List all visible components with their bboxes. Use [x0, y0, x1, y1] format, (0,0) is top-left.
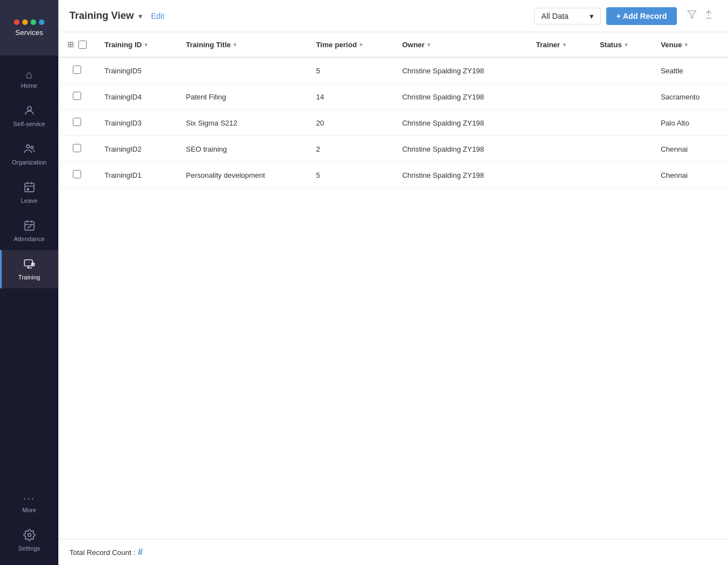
col-label-time-period: Time period	[316, 41, 357, 49]
col-chevron-time-period: ▾	[360, 42, 362, 48]
col-label-training-title: Training Title	[186, 41, 231, 49]
services-dots-icon	[14, 19, 44, 25]
svg-rect-4	[27, 188, 29, 191]
filter-dropdown[interactable]: All Data ▾	[534, 8, 601, 24]
sidebar-item-home[interactable]: ⌂ Home	[0, 61, 58, 97]
cell-status	[591, 136, 652, 162]
page-title: Training View	[69, 10, 134, 22]
sidebar-item-organization[interactable]: Organization	[0, 135, 58, 173]
filter-icon-button[interactable]	[684, 7, 700, 24]
table-row[interactable]: TrainingID4 Patent Filing 14 Christine S…	[58, 84, 728, 110]
svg-point-1	[26, 145, 29, 148]
cell-status	[591, 110, 652, 136]
row-checkbox[interactable]	[73, 92, 81, 100]
col-header-status[interactable]: Status ▾	[591, 32, 652, 57]
col-header-time-period[interactable]: Time period ▾	[307, 32, 393, 57]
training-icon	[23, 258, 36, 272]
svg-marker-9	[688, 11, 696, 18]
cell-time-period: 2	[307, 136, 393, 162]
add-record-button[interactable]: + Add Record	[606, 7, 677, 25]
column-settings-icon[interactable]: ⊞	[67, 40, 74, 49]
cell-trainer	[527, 57, 591, 84]
sidebar-item-label: Training	[18, 274, 40, 281]
row-checkbox-cell	[58, 84, 96, 110]
cell-training-title: Six Sigma S212	[177, 110, 307, 136]
cell-trainer	[527, 84, 591, 110]
table-row[interactable]: TrainingID3 Six Sigma S212 20 Christine …	[58, 110, 728, 136]
table-row[interactable]: TrainingID5 5 Christine Spalding ZY198 S…	[58, 57, 728, 84]
sidebar-nav: ⌂ Home Self-service Organization Leave	[0, 56, 58, 485]
col-label-venue: Venue	[661, 41, 682, 49]
col-chevron-training-title: ▾	[233, 42, 236, 48]
cell-venue: Seattle	[652, 57, 728, 84]
cell-training-title: SEO training	[177, 136, 307, 162]
col-header-training-id[interactable]: Training ID ▾	[96, 32, 177, 57]
sidebar-bottom: ··· More Settings	[0, 485, 58, 565]
col-chevron-training-id: ▾	[144, 42, 147, 48]
cell-status	[591, 84, 652, 110]
footer: Total Record Count : #	[58, 539, 728, 565]
table-row[interactable]: TrainingID2 SEO training 2 Christine Spa…	[58, 136, 728, 162]
attendance-icon	[23, 219, 36, 233]
svg-point-2	[31, 146, 33, 149]
row-checkbox[interactable]	[73, 118, 81, 126]
col-header-training-title[interactable]: Training Title ▾	[177, 32, 307, 57]
select-all-checkbox[interactable]	[78, 41, 87, 49]
table-body: TrainingID5 5 Christine Spalding ZY198 S…	[58, 57, 728, 188]
cell-owner: Christine Spalding ZY198	[393, 84, 527, 110]
sidebar-item-leave[interactable]: Leave	[0, 173, 58, 212]
dot-red	[14, 19, 19, 25]
sidebar-item-more[interactable]: ··· More	[0, 485, 58, 521]
edit-link[interactable]: Edit	[151, 12, 164, 21]
services-label: Services	[16, 28, 43, 37]
row-checkbox[interactable]	[73, 170, 81, 178]
col-header-venue[interactable]: Venue ▾	[652, 32, 728, 57]
cell-training-id: TrainingID1	[96, 162, 177, 188]
col-label-owner: Owner	[402, 41, 425, 49]
cell-owner: Christine Spalding ZY198	[393, 57, 527, 84]
sidebar-item-training[interactable]: Training	[0, 250, 58, 288]
sidebar-item-self-service[interactable]: Self-service	[0, 97, 58, 135]
footer-count: #	[138, 547, 143, 557]
more-icon: ···	[23, 493, 35, 504]
sidebar-services[interactable]: Services	[0, 0, 58, 56]
home-icon: ⌂	[26, 69, 32, 80]
sidebar: Services ⌂ Home Self-service Organizatio…	[0, 0, 58, 565]
filter-chevron-icon: ▾	[590, 12, 594, 21]
cell-venue: Chennai	[652, 162, 728, 188]
svg-point-8	[28, 533, 31, 537]
cell-status	[591, 57, 652, 84]
filter-label: All Data	[541, 12, 569, 21]
col-chevron-venue: ▾	[685, 42, 687, 48]
sidebar-item-attendance[interactable]: Attendance	[0, 212, 58, 250]
sidebar-item-label: Settings	[18, 545, 41, 552]
table-area: ⊞ Training ID ▾ Training Title ▾	[58, 32, 728, 539]
row-checkbox[interactable]	[73, 144, 81, 152]
cell-trainer	[527, 162, 591, 188]
cell-time-period: 5	[307, 57, 393, 84]
sidebar-item-label: Organization	[12, 159, 46, 166]
dot-yellow	[22, 19, 28, 25]
export-icon-button[interactable]	[700, 7, 717, 24]
cell-time-period: 14	[307, 84, 393, 110]
table-row[interactable]: TrainingID1 Personality development 5 Ch…	[58, 162, 728, 188]
col-chevron-trainer: ▾	[563, 42, 566, 48]
table-header-row: ⊞ Training ID ▾ Training Title ▾	[58, 32, 728, 57]
row-checkbox-cell	[58, 162, 96, 188]
svg-rect-5	[24, 222, 34, 231]
cell-owner: Christine Spalding ZY198	[393, 136, 527, 162]
row-checkbox[interactable]	[73, 66, 81, 74]
col-label-trainer: Trainer	[536, 41, 560, 49]
col-header-owner[interactable]: Owner ▾	[393, 32, 527, 57]
organization-icon	[23, 143, 36, 157]
cell-training-id: TrainingID4	[96, 84, 177, 110]
col-chevron-status: ▾	[625, 42, 627, 48]
svg-rect-3	[24, 183, 34, 192]
col-header-trainer[interactable]: Trainer ▾	[527, 32, 591, 57]
sidebar-item-label: Self-service	[13, 121, 45, 127]
cell-time-period: 5	[307, 162, 393, 188]
cell-training-id: TrainingID5	[96, 57, 177, 84]
sidebar-item-settings[interactable]: Settings	[0, 521, 58, 559]
dot-green	[31, 19, 36, 25]
cell-venue: Sacramento	[652, 84, 728, 110]
